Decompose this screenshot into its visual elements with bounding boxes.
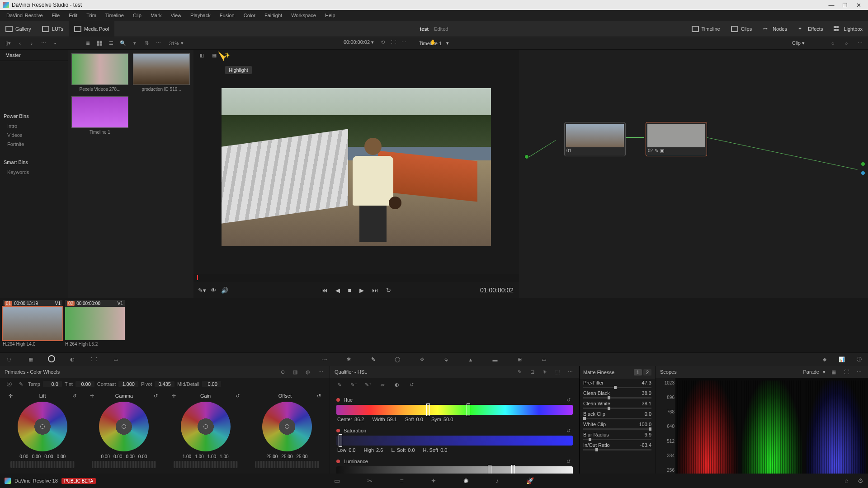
go-last-button[interactable]: ⏭ <box>372 287 378 294</box>
pointer-icon[interactable]: ↖ <box>419 39 428 47</box>
scopes-icon[interactable]: 📊 <box>837 355 846 364</box>
menu-help[interactable]: Help <box>321 13 340 18</box>
picker-icon[interactable]: ✎ <box>335 380 344 389</box>
tab-timeline[interactable]: Timeline <box>686 21 726 37</box>
viewer-scrubber[interactable] <box>193 274 519 282</box>
sat-strip[interactable] <box>336 436 573 446</box>
menu-view[interactable]: View <box>166 13 186 18</box>
unmute-icon[interactable]: 👁 <box>211 287 217 294</box>
matte-param-value[interactable]: -63.4 <box>640 442 651 448</box>
lift-jog[interactable] <box>10 461 75 468</box>
timeline-clip[interactable]: 0200:00:00:00V1 H.264 High L5.2 <box>65 300 125 351</box>
graph-input[interactable] <box>524 155 529 159</box>
tab-lightbox[interactable]: Lightbox <box>828 21 868 37</box>
menu-fairlight[interactable]: Fairlight <box>260 13 287 18</box>
hue-sym[interactable]: 50.0 <box>443 417 453 422</box>
contrast-value[interactable]: 1.000 <box>118 381 138 387</box>
sat-low[interactable]: 0.0 <box>349 447 355 453</box>
tint-value[interactable]: 0.00 <box>75 381 94 387</box>
menu-edit[interactable]: Edit <box>64 13 82 18</box>
info-icon[interactable]: ⓘ <box>854 355 863 364</box>
page-deliver[interactable]: 🚀 <box>526 477 534 484</box>
expand-icon[interactable]: ⛶ <box>391 39 400 47</box>
media-timeline[interactable]: Timeline 1 <box>71 96 128 135</box>
list-icon[interactable]: ≣ <box>83 39 92 47</box>
matte-slider[interactable] <box>583 449 651 450</box>
loop-button[interactable]: ↻ <box>386 287 391 294</box>
menu-clip[interactable]: Clip <box>128 13 146 18</box>
graph-output[interactable] <box>861 162 865 166</box>
strip-view-icon[interactable]: ☰ <box>107 39 116 47</box>
audio-icon[interactable]: 🔊 <box>221 287 228 294</box>
gain-jog[interactable] <box>174 461 238 468</box>
page-media[interactable]: ▭ <box>334 477 340 484</box>
hue-center[interactable]: 86.2 <box>354 417 364 422</box>
gamma-mode-icon[interactable]: ✛ <box>90 393 94 399</box>
tab-luts[interactable]: LUTs <box>37 21 69 37</box>
sizing-icon[interactable]: ⊞ <box>515 355 524 364</box>
tab-nodes[interactable]: ⊶Nodes <box>757 21 793 37</box>
matte-slider[interactable] <box>583 387 651 388</box>
window-icon[interactable]: ◯ <box>393 355 402 364</box>
invert-icon[interactable]: ◐ <box>392 380 401 389</box>
matte-slider[interactable] <box>583 418 651 419</box>
go-first-button[interactable]: ⏮ <box>321 287 327 294</box>
matte-slider[interactable] <box>583 408 651 409</box>
chevron-down-icon[interactable]: ▾ <box>802 40 805 46</box>
reset-icon[interactable]: ↺ <box>407 380 416 389</box>
more-icon[interactable]: ⋯ <box>566 368 575 376</box>
hdr-icon[interactable]: ◐ <box>68 355 77 364</box>
tab-clips[interactable]: Clips <box>726 21 757 37</box>
nav-prev[interactable]: ‹ <box>15 39 24 47</box>
chevron-down-icon[interactable]: ▾ <box>446 40 449 46</box>
matte-slider[interactable] <box>583 397 651 399</box>
matte-param-value[interactable]: 9.9 <box>645 432 651 437</box>
chevron-down-icon[interactable]: ▾ <box>823 369 826 375</box>
camera-raw-icon[interactable]: ◌ <box>5 355 14 364</box>
close-button[interactable]: ✕ <box>852 1 865 9</box>
tab-effects[interactable]: ✦Effects <box>793 21 828 37</box>
matte-param-value[interactable]: 100.0 <box>639 422 651 427</box>
page-cut[interactable]: ✂ <box>367 477 373 484</box>
more-icon[interactable]: ⋯ <box>854 368 863 376</box>
thumb-view-icon[interactable] <box>95 39 104 47</box>
gamma-wheel[interactable]: ✛Gamma↺0.000.000.000.00 <box>85 393 162 470</box>
node-02[interactable]: 02 ✎ ▣ <box>646 122 707 156</box>
search-icon[interactable]: 🔍 <box>118 39 127 47</box>
color-match-icon[interactable]: ▦ <box>26 355 35 364</box>
dot-icon[interactable]: • <box>51 39 60 47</box>
qualifier-icon[interactable]: ✎ <box>368 355 377 364</box>
sat-high[interactable]: 2.6 <box>376 447 383 453</box>
page-fusion[interactable]: ✦ <box>431 477 436 484</box>
node-graph[interactable]: 01 02 ✎ ▣ <box>519 50 868 298</box>
step-back-button[interactable]: ◀ <box>335 287 340 294</box>
picker-icon[interactable]: ✎ <box>16 380 25 388</box>
blur-icon[interactable]: ▲ <box>466 355 475 364</box>
bin-fortnite[interactable]: Fortnite <box>0 140 68 149</box>
media-clip[interactable]: production ID 519... <box>133 53 190 92</box>
warper-icon[interactable]: ✱ <box>344 355 353 364</box>
more-2-icon[interactable]: ⋯ <box>154 39 163 47</box>
layout-button[interactable]: ▯▾ <box>4 39 13 47</box>
tracker-icon[interactable]: ✥ <box>417 355 426 364</box>
keyframe-icon[interactable]: ◆ <box>820 355 829 364</box>
nav-next[interactable]: › <box>27 39 36 47</box>
sat-enable[interactable] <box>336 429 340 432</box>
gain-mode-icon[interactable]: ✛ <box>172 393 176 399</box>
node-dot2[interactable]: ○ <box>842 39 851 47</box>
page-color[interactable]: ✺ <box>463 477 469 484</box>
home-icon[interactable]: ⌂ <box>845 477 849 484</box>
matte-param-value[interactable]: 47.3 <box>642 380 651 385</box>
scope-layout-icon[interactable]: ▦ <box>829 368 838 376</box>
reset-icon[interactable]: ↺ <box>236 393 240 399</box>
sat-hsoft[interactable]: 0.0 <box>440 447 447 453</box>
picker-plus-icon[interactable]: ✎⁺ <box>363 380 373 389</box>
hand-icon[interactable]: ✋ <box>430 39 439 47</box>
auto-balance-icon[interactable]: Ⓐ <box>5 380 14 388</box>
bin-videos[interactable]: Videos <box>0 131 68 140</box>
master-bin[interactable]: Master <box>0 50 68 61</box>
scope-expand-icon[interactable]: ⛶ <box>842 368 851 376</box>
menu-fusion[interactable]: Fusion <box>215 13 239 18</box>
node-clip-label[interactable]: Clip <box>792 40 801 46</box>
media-clip[interactable]: Pexels Videos 278... <box>71 53 128 92</box>
